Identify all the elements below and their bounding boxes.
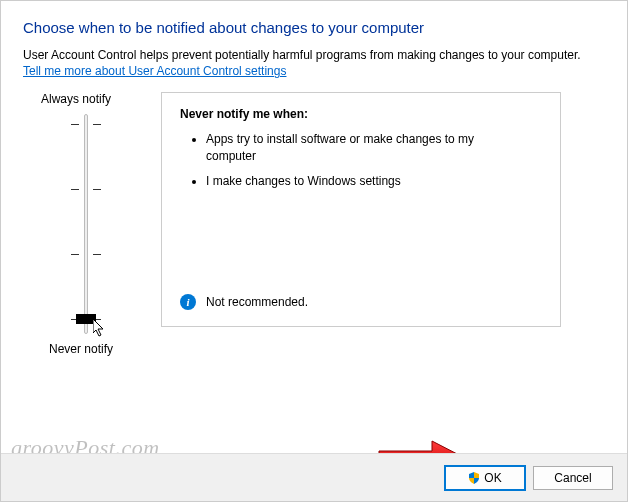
cancel-button[interactable]: Cancel <box>533 466 613 490</box>
uac-slider[interactable] <box>61 114 111 334</box>
shield-icon <box>468 472 480 484</box>
description-panel: Never notify me when: Apps try to instal… <box>161 92 561 327</box>
ok-button[interactable]: OK <box>445 466 525 490</box>
cancel-button-label: Cancel <box>554 471 591 485</box>
slider-tick <box>71 189 79 190</box>
slider-tick <box>93 124 101 125</box>
recommendation-row: i Not recommended. <box>180 294 308 310</box>
slider-tick <box>93 189 101 190</box>
description-item: I make changes to Windows settings <box>206 173 542 190</box>
page-subtitle: User Account Control helps prevent poten… <box>23 48 605 62</box>
dialog-footer: OK Cancel <box>1 453 627 501</box>
slider-tick <box>71 124 79 125</box>
slider-label-never: Never notify <box>49 342 113 356</box>
slider-label-always: Always notify <box>41 92 111 106</box>
recommendation-text: Not recommended. <box>206 295 308 309</box>
slider-tick <box>93 254 101 255</box>
ok-button-label: OK <box>484 471 501 485</box>
info-icon: i <box>180 294 196 310</box>
slider-tick <box>71 254 79 255</box>
learn-more-link[interactable]: Tell me more about User Account Control … <box>23 64 286 78</box>
slider-track <box>84 114 88 334</box>
description-item: Apps try to install software or make cha… <box>206 131 542 165</box>
slider-thumb[interactable] <box>76 314 96 324</box>
description-heading: Never notify me when: <box>180 107 542 121</box>
page-title: Choose when to be notified about changes… <box>23 19 605 36</box>
